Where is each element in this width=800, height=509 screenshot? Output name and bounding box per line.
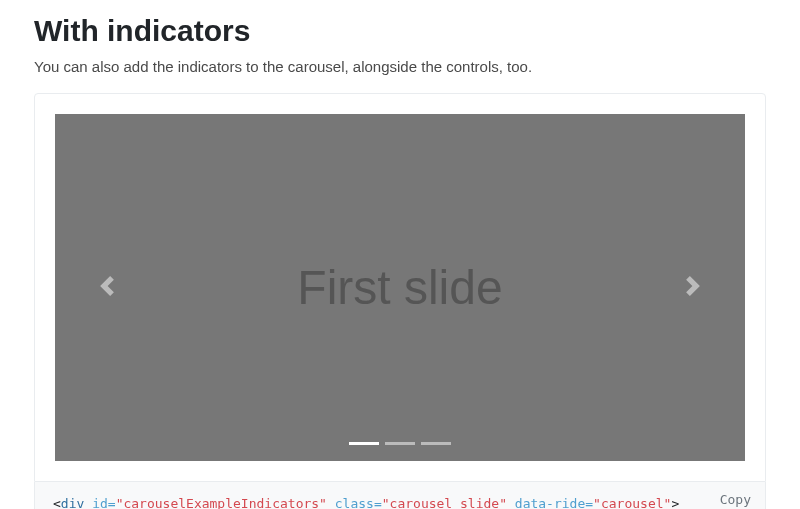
- carousel-next-button[interactable]: [642, 114, 746, 461]
- chevron-left-icon: [97, 276, 117, 300]
- section-description: You can also add the indicators to the c…: [34, 58, 766, 75]
- example-container: First slide: [34, 93, 766, 482]
- section-heading: With indicators: [34, 14, 766, 48]
- carousel-indicator-2[interactable]: [421, 442, 451, 445]
- code-example: Copy <div id="carouselExampleIndicators"…: [34, 482, 766, 509]
- copy-button[interactable]: Copy: [720, 492, 751, 507]
- carousel-indicator-1[interactable]: [385, 442, 415, 445]
- code-line: <div id="carouselExampleIndicators" clas…: [53, 496, 747, 509]
- carousel: First slide: [55, 114, 745, 461]
- carousel-indicators: [349, 442, 451, 445]
- carousel-prev-button[interactable]: [55, 114, 159, 461]
- carousel-indicator-0[interactable]: [349, 442, 379, 445]
- slide-placeholder-text: First slide: [297, 260, 502, 315]
- chevron-right-icon: [683, 276, 703, 300]
